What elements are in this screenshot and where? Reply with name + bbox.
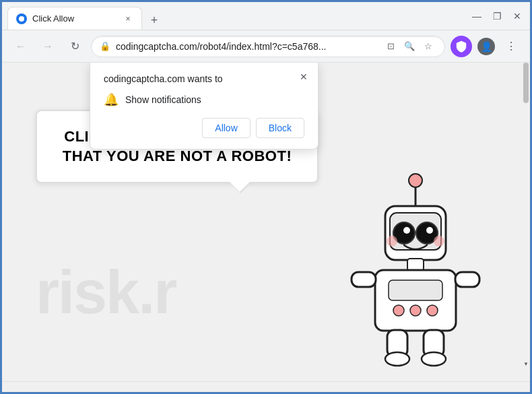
close-button[interactable]: ✕ bbox=[510, 9, 525, 24]
forward-button[interactable]: → bbox=[37, 36, 59, 57]
watermark-text: risk.r bbox=[36, 258, 176, 327]
minimize-button[interactable]: — bbox=[469, 9, 484, 24]
block-button[interactable]: Block bbox=[256, 118, 304, 138]
extensions-icon[interactable]: ⊡ bbox=[383, 38, 399, 55]
svg-rect-18 bbox=[455, 272, 479, 287]
svg-point-21 bbox=[385, 352, 409, 366]
browser-tab[interactable]: Click Allow × bbox=[7, 7, 142, 30]
page-content: ✕ codingcaptcha.com wants to 🔔 Show noti… bbox=[2, 63, 530, 381]
svg-rect-17 bbox=[352, 272, 376, 287]
permission-popup: ✕ codingcaptcha.com wants to 🔔 Show noti… bbox=[90, 63, 319, 150]
window-controls: — ❐ ✕ bbox=[461, 9, 525, 24]
tab-area: Click Allow × + bbox=[7, 2, 461, 30]
browser-window: Click Allow × + — ❐ ✕ ← → ↻ 🔒 codingcapt… bbox=[0, 0, 532, 394]
maximize-button[interactable]: ❐ bbox=[490, 9, 504, 24]
popup-notification-text: Show notifications bbox=[125, 94, 201, 105]
lock-icon: 🔒 bbox=[100, 41, 110, 51]
robot-image bbox=[341, 166, 490, 368]
svg-rect-13 bbox=[389, 280, 442, 300]
svg-point-22 bbox=[422, 352, 446, 366]
svg-point-16 bbox=[427, 305, 438, 316]
popup-notification-row: 🔔 Show notifications bbox=[104, 92, 304, 107]
svg-point-9 bbox=[387, 236, 397, 247]
search-icon[interactable]: 🔍 bbox=[401, 38, 418, 55]
shield-button[interactable]: B bbox=[451, 36, 472, 57]
popup-buttons: Allow Block bbox=[104, 118, 304, 138]
svg-point-14 bbox=[393, 305, 404, 316]
svg-point-2 bbox=[409, 174, 422, 187]
bell-icon: 🔔 bbox=[104, 92, 119, 107]
scrollbar[interactable]: ▼ bbox=[522, 63, 530, 368]
scrollbar-down-arrow[interactable]: ▼ bbox=[522, 360, 530, 368]
svg-point-10 bbox=[434, 236, 444, 247]
nav-bar: ← → ↻ 🔒 codingcaptcha.com/robot4/index.h… bbox=[2, 30, 530, 63]
tab-favicon bbox=[16, 13, 27, 24]
svg-point-15 bbox=[410, 305, 421, 316]
svg-point-7 bbox=[403, 227, 410, 234]
robot-svg bbox=[341, 166, 490, 368]
back-button[interactable]: ← bbox=[10, 36, 32, 57]
refresh-button[interactable]: ↻ bbox=[64, 36, 86, 57]
bottom-bar bbox=[2, 381, 530, 392]
svg-point-8 bbox=[426, 227, 433, 234]
tab-title: Click Allow bbox=[32, 13, 117, 24]
popup-close-button[interactable]: ✕ bbox=[296, 69, 311, 84]
svg-rect-11 bbox=[407, 259, 424, 271]
allow-button[interactable]: Allow bbox=[202, 118, 250, 138]
popup-title: codingcaptcha.com wants to bbox=[104, 73, 304, 84]
title-bar: Click Allow × + — ❐ ✕ bbox=[2, 2, 530, 30]
new-tab-button[interactable]: + bbox=[145, 11, 164, 30]
address-text: codingcaptcha.com/robot4/index.html?c=c5… bbox=[116, 41, 377, 52]
more-options-button[interactable]: ⋮ bbox=[500, 36, 522, 57]
address-bar[interactable]: 🔒 codingcaptcha.com/robot4/index.html?c=… bbox=[91, 36, 445, 57]
profile-button[interactable]: 👤 bbox=[477, 38, 495, 55]
svg-text:B: B bbox=[460, 43, 465, 50]
scrollbar-thumb[interactable] bbox=[523, 63, 529, 103]
bookmark-icon[interactable]: ☆ bbox=[420, 38, 436, 55]
tab-close-button[interactable]: × bbox=[123, 13, 133, 24]
address-icons: ⊡ 🔍 ☆ bbox=[383, 38, 436, 55]
